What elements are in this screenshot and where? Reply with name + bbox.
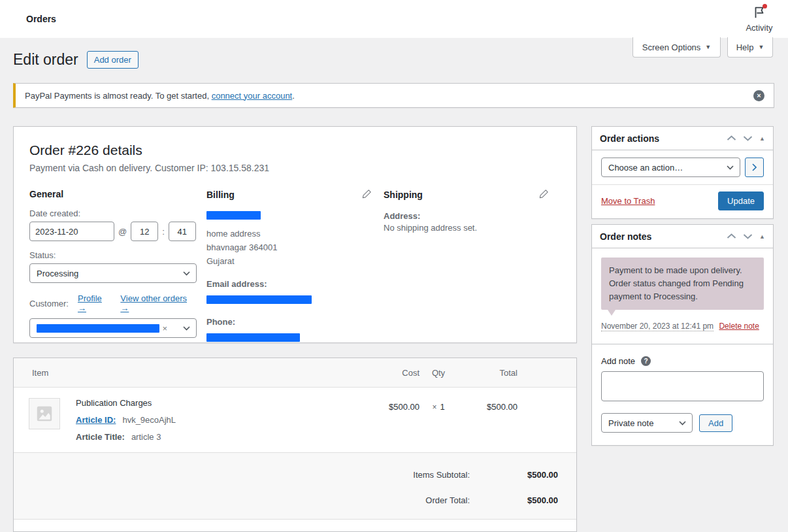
item-column-header: Item (14, 368, 359, 378)
shipping-address-label: Address: (384, 211, 549, 221)
items-table-header: Item Cost Qty Total (14, 358, 576, 388)
help-tip-icon[interactable]: ? (641, 356, 651, 366)
order-actions-heading: Order actions (600, 133, 659, 144)
note-type-select[interactable]: Private note (601, 413, 693, 433)
order-items-panel: Item Cost Qty Total Publication Charges … (13, 357, 577, 532)
edit-shipping-pencil-icon[interactable] (539, 189, 549, 201)
customer-label: Customer: (29, 299, 69, 308)
product-thumbnail (29, 398, 60, 429)
order-subtitle: Payment via Cash on delivery. Customer I… (29, 163, 561, 173)
total-column-header: Total (457, 368, 517, 378)
dismiss-notice-icon[interactable]: × (753, 90, 764, 101)
article-title-label: Article Title: (76, 432, 125, 442)
billing-address-line: home address (206, 227, 372, 241)
item-name: Publication Charges (76, 398, 176, 408)
add-note-label: Add note (601, 356, 635, 366)
page-title: Edit order (13, 51, 78, 69)
subtotal-label: Items Subtotal: (413, 470, 470, 480)
choose-action-value: Choose an action… (608, 163, 683, 173)
order-total-value: $500.00 (470, 495, 558, 505)
help-label: Help (736, 42, 754, 52)
billing-address-line: Gujarat (206, 254, 372, 268)
chevron-down-icon (183, 326, 190, 331)
add-note-button[interactable]: Add (699, 414, 732, 432)
breadcrumb: Orders (26, 14, 56, 24)
cost-column-header: Cost (359, 368, 419, 378)
chevron-down-icon: ▼ (705, 44, 711, 50)
order-notes-heading: Order notes (600, 231, 651, 242)
choose-action-select[interactable]: Choose an action… (601, 158, 740, 177)
item-qty: ×1 (419, 398, 457, 412)
view-other-orders-link[interactable]: View other orders → (120, 293, 195, 313)
time-colon: : (162, 227, 165, 237)
status-value: Processing (37, 269, 78, 278)
order-totals: Items Subtotal: $500.00 Order Total: $50… (14, 452, 576, 520)
screen-options-label: Screen Options (642, 42, 701, 52)
table-row: Publication Charges Article ID: hvk_9eco… (14, 388, 576, 452)
status-select[interactable]: Processing (29, 263, 197, 283)
email-label: Email address: (206, 279, 372, 289)
note-timestamp: November 20, 2023 at 12:41 pm (601, 322, 714, 331)
profile-link[interactable]: Profile → (78, 293, 111, 313)
subtotal-row: Items Subtotal: $500.00 (14, 465, 576, 484)
order-actions-panel: Order actions ▲ Choose an action… Move t… (591, 126, 774, 219)
shipping-address-value: No shipping address set. (384, 221, 549, 235)
move-to-trash-link[interactable]: Move to Trash (601, 196, 655, 206)
chevron-right-icon (752, 163, 757, 171)
order-note-text: Payment to be made upon delivery. Order … (601, 258, 764, 310)
image-placeholder-icon (35, 404, 54, 424)
order-notes-panel: Order notes ▲ Payment to be made upon de… (591, 224, 774, 446)
at-sign: @ (118, 227, 127, 237)
screen-options-tab[interactable]: Screen Options ▼ (632, 37, 721, 58)
subtotal-value: $500.00 (470, 470, 558, 480)
help-tab[interactable]: Help ▼ (727, 37, 773, 58)
shipping-section: Shipping Address: No shipping address se… (384, 189, 561, 344)
general-section: General Date created: @ : Status: Proces… (29, 189, 206, 344)
billing-name-redacted (206, 211, 261, 220)
item-total: $500.00 (457, 398, 517, 412)
customer-select[interactable]: × (29, 318, 197, 338)
delete-note-link[interactable]: Delete note (719, 322, 759, 331)
move-down-icon[interactable] (743, 233, 753, 239)
item-cost: $500.00 (359, 398, 419, 412)
admin-topbar: Orders Activity (0, 0, 788, 38)
hour-input[interactable] (131, 222, 158, 241)
note-type-value: Private note (608, 418, 653, 428)
collapse-panel-icon[interactable]: ▲ (759, 233, 765, 240)
add-order-button[interactable]: Add order (87, 51, 139, 69)
note-bubble-tail (608, 310, 616, 316)
date-created-input[interactable] (29, 222, 114, 241)
run-action-button[interactable] (745, 158, 764, 177)
order-total-row: Order Total: $500.00 (14, 490, 576, 510)
chevron-down-icon (727, 165, 734, 170)
date-created-label: Date created: (29, 208, 195, 218)
billing-email-redacted (206, 295, 312, 304)
move-up-icon[interactable] (727, 233, 736, 239)
order-total-label: Order Total: (425, 495, 470, 505)
paypal-notice: PayPal Payments is almost ready. To get … (13, 83, 774, 108)
order-details-panel: Order #226 details Payment via Cash on d… (13, 126, 577, 343)
move-down-icon[interactable] (743, 135, 753, 141)
connect-account-link[interactable]: connect your account (212, 91, 293, 101)
collapse-panel-icon[interactable]: ▲ (759, 135, 765, 142)
edit-billing-pencil-icon[interactable] (362, 189, 372, 201)
divider (592, 344, 773, 344)
move-up-icon[interactable] (727, 135, 736, 141)
add-note-textarea[interactable] (601, 371, 764, 401)
activity-button[interactable]: Activity (738, 5, 780, 33)
article-id-link[interactable]: Article ID: (76, 415, 116, 425)
general-heading: General (29, 189, 63, 199)
activity-label: Activity (738, 23, 780, 33)
billing-section: Billing home address bhavnagar 364001 Gu… (206, 189, 384, 344)
minute-input[interactable] (169, 222, 196, 241)
billing-heading: Billing (206, 190, 235, 200)
activity-flag-icon (752, 5, 766, 20)
clear-selection-icon[interactable]: × (162, 324, 167, 333)
phone-label: Phone: (206, 317, 372, 327)
article-id-value: hvk_9ecoAjhL (122, 415, 176, 425)
notification-dot-icon (763, 4, 767, 8)
chevron-down-icon (183, 271, 190, 276)
update-button[interactable]: Update (718, 191, 764, 210)
status-label: Status: (29, 250, 195, 260)
qty-column-header: Qty (419, 368, 457, 378)
